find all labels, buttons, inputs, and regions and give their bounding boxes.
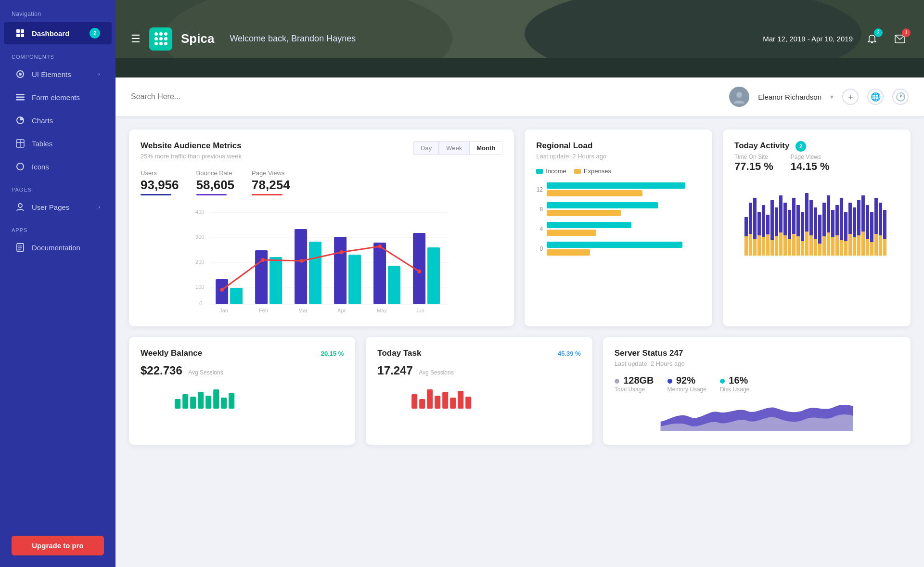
logo-dots (154, 32, 167, 45)
bottom-row: Weekly Balance 20.15 % $22.736 Avg Sessi… (129, 337, 911, 445)
sidebar-item-label: Charts (32, 116, 53, 125)
activity-stats: Time On Site 77.15 % Page Views 14.15 % (734, 154, 899, 173)
sidebar-item-dashboard[interactable]: Dashboard 2 (4, 22, 112, 44)
time-label: Time On Site (734, 154, 773, 160)
search-bar: Eleanor Richardson ▾ ＋ 🌐 🕐 (116, 77, 924, 116)
filter-day-button[interactable]: Day (413, 141, 439, 155)
memory-usage-value-row: 92% (667, 375, 706, 386)
svg-rect-104 (809, 235, 813, 256)
metric-pageviews-label: Page Views (252, 169, 290, 177)
metrics-card: Website Audience Metrics 25% more traffi… (129, 129, 514, 326)
user-icon (15, 202, 25, 212)
weekly-title: Weekly Balance (141, 348, 202, 358)
svg-rect-118 (870, 242, 873, 256)
total-usage-label: Total Usage (615, 386, 654, 393)
total-usage-value: 128GB (623, 375, 654, 386)
svg-rect-116 (861, 232, 865, 256)
list-icon (15, 92, 25, 102)
search-input-wrap (131, 92, 729, 101)
sidebar-item-user-pages[interactable]: User Pages › (4, 196, 112, 218)
income-label: Income (546, 168, 566, 175)
hbar-row: 8 (536, 202, 701, 216)
hbar-income (547, 202, 657, 208)
svg-rect-114 (853, 237, 856, 256)
svg-rect-40 (373, 243, 386, 304)
regional-legend: Income Expenses (536, 168, 701, 175)
upgrade-button[interactable]: Upgrade to pro (12, 536, 104, 555)
notifications-button[interactable]: 2 (863, 30, 881, 48)
disk-usage-value-row: 16% (720, 375, 749, 386)
sidebar-item-form-elements[interactable]: Form elements (4, 87, 112, 108)
hbar-row: 12 (536, 182, 701, 196)
user-name: Eleanor Richardson (758, 93, 821, 101)
metric-pageviews-value: 78,254 (252, 178, 290, 193)
weekly-pct: 20.15 % (321, 350, 344, 357)
svg-rect-96 (775, 236, 778, 256)
add-button[interactable]: ＋ (842, 89, 859, 105)
hbar-expenses (547, 230, 596, 236)
logo-dot (159, 32, 163, 36)
hbar-income (547, 242, 682, 248)
sidebar-item-icons[interactable]: Icons (4, 156, 112, 177)
hbar-pair (547, 242, 701, 256)
chevron-down-icon[interactable]: ▾ (830, 93, 834, 101)
svg-rect-92 (757, 235, 761, 256)
svg-text:Jun: Jun (416, 308, 424, 313)
dashboard-badge: 2 (90, 28, 100, 39)
app-title: Spica (181, 31, 214, 46)
svg-rect-35 (270, 257, 282, 304)
table-icon (15, 139, 25, 148)
svg-rect-6 (16, 94, 25, 95)
svg-rect-93 (762, 237, 765, 256)
globe-icon[interactable]: 🌐 (867, 89, 884, 105)
svg-text:400: 400 (195, 209, 204, 215)
svg-text:Mar: Mar (298, 308, 308, 313)
disk-usage-stat: 16% Disk Usage (720, 375, 749, 393)
mail-button[interactable]: 1 (891, 30, 909, 48)
svg-rect-132 (427, 389, 433, 409)
svg-rect-137 (466, 397, 472, 409)
svg-rect-125 (198, 392, 204, 409)
metrics-chart: 400 300 200 100 0 (141, 204, 502, 315)
svg-text:May: May (377, 308, 387, 313)
metric-bounce-underline (196, 194, 227, 195)
sidebar-item-documentation[interactable]: Documentation (4, 237, 112, 258)
metric-bounce: Bounce Rate 58,605 (196, 169, 235, 195)
svg-point-49 (417, 270, 421, 273)
clock-icon[interactable]: 🕐 (892, 89, 909, 105)
mail-badge: 1 (902, 28, 911, 37)
components-label: Components (0, 45, 116, 63)
svg-rect-103 (805, 232, 808, 256)
time-on-site-stat: Time On Site 77.15 % (734, 154, 773, 173)
search-input[interactable] (131, 92, 729, 101)
sidebar-item-ui-elements[interactable]: UI Elements › (4, 64, 112, 85)
logo-dot (159, 37, 163, 40)
hbar-label: 8 (536, 206, 543, 213)
svg-point-14 (18, 204, 22, 207)
svg-rect-94 (766, 234, 770, 256)
filter-month-button[interactable]: Month (469, 141, 502, 155)
hamburger-icon[interactable]: ☰ (131, 33, 141, 45)
svg-rect-126 (205, 396, 211, 409)
expenses-dot (574, 169, 581, 174)
svg-rect-41 (388, 266, 400, 304)
task-pct: 45.39 % (558, 350, 581, 357)
sidebar-item-tables[interactable]: Tables (4, 133, 112, 154)
sidebar-item-charts[interactable]: Charts (4, 110, 112, 131)
server-card: Server Status 247 Last update: 2 Hours a… (603, 337, 911, 445)
svg-rect-107 (822, 236, 826, 256)
activity-badge: 2 (796, 141, 806, 152)
memory-usage-stat: 92% Memory Usage (667, 375, 706, 393)
svg-text:100: 100 (195, 284, 204, 290)
logo-dot (154, 37, 158, 40)
svg-rect-119 (874, 234, 878, 256)
svg-rect-135 (450, 398, 456, 409)
disk-usage-value: 16% (729, 375, 748, 386)
metrics-filter: Day Week Month (413, 141, 502, 155)
palette-icon (15, 69, 25, 79)
svg-point-47 (339, 250, 343, 254)
svg-rect-95 (770, 240, 774, 256)
svg-text:200: 200 (195, 259, 204, 265)
filter-week-button[interactable]: Week (439, 141, 469, 155)
views-label: Page Views (791, 154, 830, 160)
